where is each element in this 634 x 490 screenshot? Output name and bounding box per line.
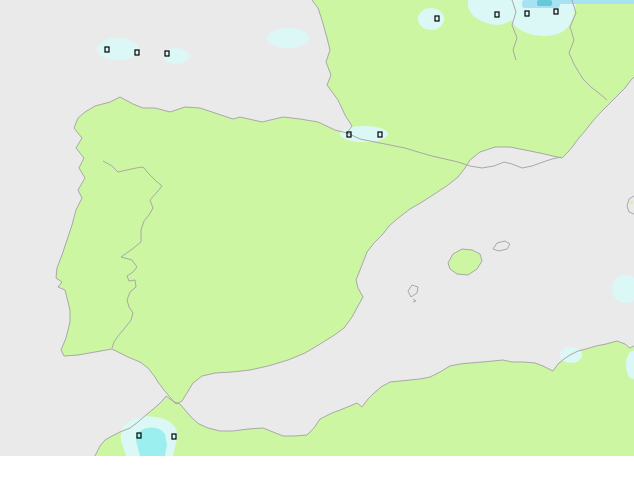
island-edge-land-pixel	[630, 201, 633, 204]
legend-band: Precipitation [mm]GFS 0.10.5125101520253…	[0, 456, 634, 490]
precip-blob-biscay-west	[97, 38, 139, 60]
precip-blob-morocco-inner	[136, 428, 167, 456]
precip-blob-biscay-east	[267, 28, 309, 48]
precipitation-map	[0, 0, 634, 456]
precip-patch-teal	[537, 0, 552, 6]
precip-strip-top-right	[556, 0, 634, 4]
precip-blob-france-west	[418, 8, 444, 30]
weather-map-page: Precipitation [mm]GFS 0.10.5125101520253…	[0, 0, 634, 490]
